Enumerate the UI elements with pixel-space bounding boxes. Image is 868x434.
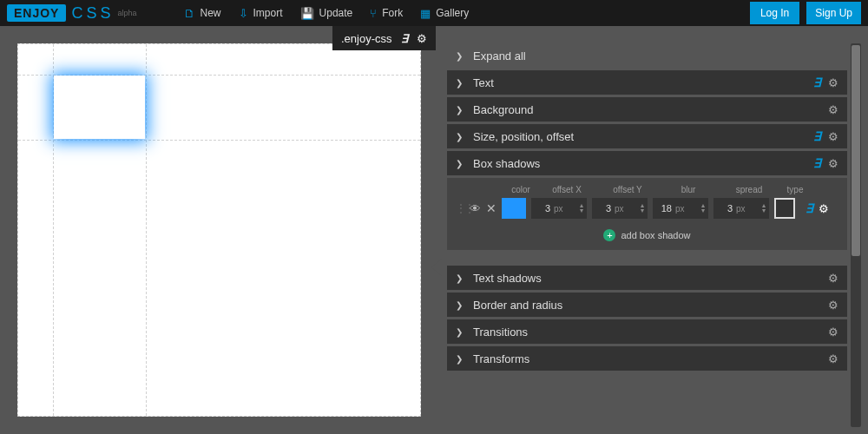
new-button[interactable]: 🗋New (184, 7, 221, 20)
drag-handle-icon[interactable]: ⋮⋮ (456, 202, 464, 214)
gallery-button[interactable]: ▦Gallery (420, 7, 469, 20)
logo-brand: ENJOY (7, 4, 66, 22)
properties-panel: ❯ Expand all ❯ Text ∃⚙ ❯ Background ⚙ ❯ … (438, 26, 868, 434)
gear-icon[interactable]: ⚙ (828, 130, 838, 143)
shadow-row: ⋮⋮ 👁 ✕ 3px▴▾ 3px▴▾ 18px▴▾ 3px▴▾ ∃ ⚙ (456, 198, 838, 219)
signup-button[interactable]: Sign Up (806, 2, 861, 24)
stepper-icon[interactable]: ▴▾ (641, 203, 644, 214)
chevron-right-icon: ❯ (456, 51, 464, 61)
gear-icon[interactable]: ⚙ (819, 202, 829, 215)
col-blur: blur (661, 185, 716, 194)
offsetx-input[interactable]: 3px▴▾ (531, 198, 587, 219)
add-shadow-button[interactable]: +add box shadow (456, 229, 838, 241)
delete-icon[interactable]: ✕ (486, 201, 496, 215)
css3-icon: ∃ (813, 129, 821, 143)
stepper-icon[interactable]: ▴▾ (762, 203, 766, 214)
col-spread: spread (721, 185, 777, 194)
import-button[interactable]: ⇩Import (239, 7, 283, 20)
selector-text: .enjoy-css (341, 32, 392, 45)
chevron-right-icon: ❯ (456, 132, 464, 141)
panel-size[interactable]: ❯ Size, position, offset ∃⚙ (447, 124, 847, 148)
chevron-right-icon: ❯ (456, 300, 464, 310)
canvas[interactable] (17, 43, 421, 417)
preview-element[interactable] (54, 76, 145, 139)
save-icon: 💾 (300, 7, 314, 20)
chevron-down-icon: ❯ (456, 159, 464, 168)
panel-transforms[interactable]: ❯ Transforms ⚙ (447, 346, 847, 371)
css3-icon: ∃ (401, 32, 408, 45)
gear-icon[interactable]: ⚙ (828, 352, 838, 365)
chevron-right-icon: ❯ (456, 273, 464, 283)
col-offsetx: offset X (539, 185, 595, 194)
panel-text[interactable]: ❯ Text ∃⚙ (447, 70, 847, 95)
logo-product: CSS (71, 4, 114, 23)
expand-all-button[interactable]: ❯ Expand all (447, 43, 847, 68)
file-icon: 🗋 (184, 7, 195, 20)
panel-text-shadows[interactable]: ❯ Text shadows ⚙ (447, 266, 847, 290)
gear-icon[interactable]: ⚙ (828, 326, 838, 339)
gear-icon[interactable]: ⚙ (828, 272, 838, 285)
offsety-input[interactable]: 3px▴▾ (592, 198, 648, 219)
col-color: color (508, 185, 534, 194)
css3-icon: ∃ (806, 201, 813, 215)
update-button[interactable]: 💾Update (300, 7, 353, 20)
gear-icon[interactable]: ⚙ (828, 299, 838, 312)
panel-transitions[interactable]: ❯ Transitions ⚙ (447, 319, 847, 344)
chevron-right-icon: ❯ (456, 105, 464, 115)
scrollbar-thumb[interactable] (852, 45, 860, 256)
gear-icon[interactable]: ⚙ (828, 157, 838, 170)
fork-icon: ⑂ (370, 7, 377, 20)
spread-input[interactable]: 3px▴▾ (713, 198, 769, 219)
grid-icon: ▦ (420, 7, 431, 20)
panel-border[interactable]: ❯ Border and radius ⚙ (447, 293, 847, 317)
stepper-icon[interactable]: ▴▾ (701, 203, 705, 214)
chevron-right-icon: ❯ (456, 327, 464, 337)
chevron-right-icon: ❯ (456, 78, 464, 88)
top-bar: ENJOY CSS alpha 🗋New ⇩Import 💾Update ⑂Fo… (0, 0, 868, 26)
stepper-icon[interactable]: ▴▾ (580, 203, 583, 214)
gear-icon[interactable]: ⚙ (828, 76, 838, 89)
box-shadow-editor: color offset X offset Y blur spread type… (447, 178, 847, 250)
selector-bar[interactable]: .enjoy-css ∃ ⚙ (332, 26, 436, 50)
logo-tag: alpha (117, 9, 136, 17)
color-swatch[interactable] (502, 198, 526, 219)
gear-icon[interactable]: ⚙ (828, 103, 838, 116)
top-actions: 🗋New ⇩Import 💾Update ⑂Fork ▦Gallery (184, 7, 470, 20)
fork-button[interactable]: ⑂Fork (370, 7, 403, 20)
blur-input[interactable]: 18px▴▾ (653, 198, 708, 219)
panel-pointer-icon (431, 259, 442, 276)
col-type: type (782, 185, 808, 194)
plus-icon: + (603, 229, 615, 241)
visibility-icon[interactable]: 👁 (470, 202, 481, 215)
gear-icon[interactable]: ⚙ (417, 32, 427, 45)
css3-icon: ∃ (813, 156, 821, 170)
panel-box-shadows[interactable]: ❯ Box shadows ∃⚙ (447, 151, 847, 175)
import-icon: ⇩ (239, 7, 248, 20)
panel-background[interactable]: ❯ Background ⚙ (447, 97, 847, 122)
chevron-right-icon: ❯ (456, 354, 464, 364)
scrollbar[interactable] (851, 43, 861, 427)
css3-icon: ∃ (813, 76, 821, 89)
login-button[interactable]: Log In (750, 2, 799, 24)
canvas-area (0, 26, 438, 434)
col-offsety: offset Y (600, 185, 655, 194)
shadow-type-toggle[interactable] (774, 198, 795, 219)
